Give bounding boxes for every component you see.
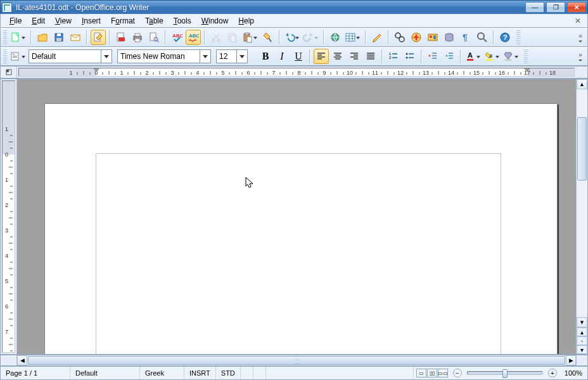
scroll-right-button[interactable]: ▶ <box>566 355 576 365</box>
view-book-button[interactable]: ▭▭ <box>438 369 448 377</box>
numbered-list-button[interactable]: 12 <box>386 49 401 64</box>
menu-tools[interactable]: Tools <box>169 15 196 27</box>
status-selection-mode[interactable]: STD <box>216 367 241 379</box>
scroll-thumb[interactable] <box>577 117 587 180</box>
save-button[interactable] <box>51 30 67 45</box>
toolbar-handle-3[interactable] <box>3 49 7 63</box>
menu-insert[interactable]: Insert <box>77 15 106 27</box>
svg-rect-20 <box>245 33 248 35</box>
navigator-button[interactable] <box>409 30 424 45</box>
menu-window[interactable]: Window <box>196 15 234 27</box>
ruler-corner[interactable] <box>1 66 17 78</box>
italic-button[interactable]: I <box>274 49 290 64</box>
zoom-out-button[interactable]: − <box>453 369 462 377</box>
undo-button[interactable] <box>283 30 301 45</box>
data-sources-button[interactable] <box>442 30 457 45</box>
status-modified[interactable] <box>241 367 253 379</box>
menu-format[interactable]: Format <box>106 15 140 27</box>
maximize-button[interactable]: ❐ <box>546 2 565 13</box>
redo-button[interactable] <box>302 30 320 45</box>
gallery-button[interactable] <box>425 30 440 45</box>
document-close-button[interactable]: ✕ <box>572 16 584 26</box>
scroll-down-button[interactable]: ▼ <box>577 317 587 327</box>
status-signature[interactable] <box>253 367 266 379</box>
table-button[interactable] <box>344 30 362 45</box>
status-style[interactable]: Default <box>70 367 140 379</box>
vertical-scrollbar[interactable]: ▲ ▼ ▴ ◦ ▾ <box>576 79 587 354</box>
print-button[interactable] <box>130 30 145 45</box>
toolbar-overflow-2[interactable] <box>576 49 585 64</box>
hscroll-thumb[interactable] <box>28 356 565 365</box>
horizontal-scrollbar[interactable]: ◀ ▶ <box>0 355 588 366</box>
export-pdf-button[interactable] <box>113 30 129 45</box>
menu-edit[interactable]: Edit <box>27 15 50 27</box>
vertical-ruler[interactable]: 1012345678 <box>1 79 17 354</box>
increase-indent-button[interactable] <box>442 49 457 64</box>
status-info[interactable] <box>266 367 414 379</box>
bold-button[interactable]: B <box>258 49 273 64</box>
zoom-percent[interactable]: 100% <box>559 367 587 379</box>
show-draw-functions-button[interactable] <box>369 30 385 45</box>
bullet-list-button[interactable] <box>402 49 418 64</box>
status-insert-mode[interactable]: INSRT <box>184 367 216 379</box>
toolbar-overflow[interactable] <box>576 30 585 45</box>
help-button[interactable]: ? <box>497 30 513 45</box>
align-justify-button[interactable] <box>363 49 378 64</box>
align-center-button[interactable] <box>330 49 345 64</box>
page[interactable] <box>44 103 558 354</box>
zoom-slider[interactable] <box>467 371 543 375</box>
highlight-color-button[interactable]: a <box>483 49 501 64</box>
paragraph-style-combo[interactable]: Default <box>29 49 112 63</box>
open-button[interactable] <box>35 30 50 45</box>
font-size-combo[interactable]: 12 <box>216 49 248 63</box>
svg-point-42 <box>406 57 408 59</box>
document-area[interactable] <box>17 79 576 354</box>
copy-button[interactable] <box>225 30 240 45</box>
find-replace-button[interactable] <box>392 30 407 45</box>
spellcheck-button[interactable]: ABC <box>169 30 184 45</box>
horizontal-ruler[interactable]: 10123456789101112131415161718 <box>18 68 575 77</box>
hyperlink-button[interactable] <box>328 30 343 45</box>
background-color-button[interactable] <box>502 49 520 64</box>
svg-rect-0 <box>12 33 18 41</box>
decrease-indent-button[interactable] <box>425 49 440 64</box>
view-single-page-button[interactable]: ▭ <box>416 369 426 377</box>
font-name-combo[interactable]: Times New Roman <box>117 49 211 63</box>
font-color-button[interactable]: A <box>464 49 482 64</box>
menu-view[interactable]: View <box>50 15 77 27</box>
toolbar-handle-2[interactable] <box>516 30 520 44</box>
scroll-left-button[interactable]: ◀ <box>17 355 27 365</box>
view-multi-page-button[interactable]: ▯▯ <box>427 369 437 377</box>
scroll-up-button[interactable]: ▲ <box>577 79 587 89</box>
cut-button[interactable] <box>208 30 224 45</box>
zoom-knob[interactable] <box>502 369 508 378</box>
underline-button[interactable]: U <box>291 49 306 64</box>
auto-spellcheck-button[interactable]: ABC <box>186 30 201 45</box>
new-button[interactable] <box>10 30 27 45</box>
zoom-button[interactable] <box>475 30 490 45</box>
styles-button[interactable] <box>10 49 27 64</box>
toolbar-handle[interactable] <box>3 30 7 44</box>
menu-table[interactable]: Table <box>140 15 169 27</box>
menu-file[interactable]: File <box>4 15 27 27</box>
menu-help[interactable]: Help <box>233 15 259 27</box>
prev-page-button[interactable]: ▴ <box>577 327 587 336</box>
close-button[interactable]: ✕ <box>567 2 586 13</box>
next-page-button[interactable]: ▾ <box>577 345 587 354</box>
nonprinting-chars-button[interactable]: ¶ <box>458 30 473 45</box>
email-button[interactable] <box>68 30 83 45</box>
toolbar-handle-4[interactable] <box>524 49 528 63</box>
status-language[interactable]: Greek <box>140 367 184 379</box>
align-left-button[interactable] <box>314 49 329 64</box>
zoom-in-button[interactable]: + <box>548 369 557 377</box>
edit-file-button[interactable] <box>91 30 106 45</box>
format-paintbrush-button[interactable] <box>260 30 276 45</box>
navigation-button[interactable]: ◦ <box>577 336 587 345</box>
minimize-button[interactable]: — <box>525 2 544 13</box>
status-page[interactable]: Page 1 / 1 <box>1 367 70 379</box>
align-right-button[interactable] <box>347 49 362 64</box>
paste-button[interactable] <box>241 30 259 45</box>
print-preview-button[interactable] <box>146 30 162 45</box>
text-frame[interactable] <box>96 153 501 354</box>
svg-point-25 <box>399 37 404 42</box>
